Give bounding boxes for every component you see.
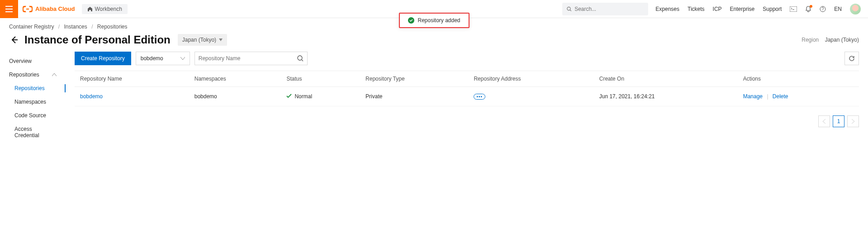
- next-page-button[interactable]: [847, 115, 859, 127]
- language-selector[interactable]: EN: [834, 6, 842, 12]
- toast-message: Repository added: [417, 17, 460, 24]
- svg-line-10: [302, 60, 303, 61]
- svg-rect-6: [790, 6, 797, 12]
- col-created: Create On: [594, 71, 738, 87]
- breadcrumb-root[interactable]: Container Registry: [9, 24, 54, 30]
- brand-name: Alibaba Cloud: [35, 5, 75, 12]
- active-indicator: [65, 84, 66, 92]
- table-header-row: Repository Name Namespaces Status Reposi…: [75, 71, 859, 87]
- arrow-left-icon: [9, 35, 19, 45]
- sidebar: Overview Repositories Repositories Names…: [0, 52, 66, 142]
- create-repository-button[interactable]: Create Repository: [75, 52, 131, 65]
- breadcrumb-instances[interactable]: Instances: [64, 24, 87, 30]
- alibaba-cloud-icon: [23, 6, 33, 12]
- svg-line-5: [570, 10, 572, 11]
- notifications-icon[interactable]: [805, 6, 811, 12]
- search-icon[interactable]: [297, 55, 304, 62]
- svg-rect-2: [5, 11, 13, 12]
- toast-notification: Repository added: [398, 13, 469, 28]
- workbench-label: Workbench: [95, 6, 122, 12]
- top-links: Expenses Tickets ICP Enterprise Support …: [655, 4, 868, 14]
- brand-logo[interactable]: Alibaba Cloud: [23, 5, 75, 12]
- top-link-support[interactable]: Support: [763, 6, 782, 12]
- manage-link[interactable]: Manage: [743, 93, 763, 100]
- region-value: Japan (Tokyo): [825, 37, 859, 43]
- namespace-select[interactable]: bobdemo: [136, 52, 190, 65]
- region-display: Region Japan (Tokyo): [802, 37, 859, 43]
- search-icon: [567, 6, 572, 12]
- col-namespaces: Namespaces: [189, 71, 281, 87]
- svg-rect-0: [5, 6, 13, 7]
- success-check-icon: [408, 17, 414, 24]
- home-icon: [87, 6, 93, 12]
- cell-created: Jun 17, 2021, 16:24:21: [594, 87, 738, 106]
- pagination: 1: [75, 115, 859, 127]
- region-dropdown-value: Japan (Tokyo): [182, 37, 216, 43]
- notification-dot: [810, 5, 812, 8]
- caret-down-icon: [219, 38, 223, 41]
- shell-icon[interactable]: [790, 6, 797, 12]
- sidebar-item-access-credential[interactable]: Access Credential: [0, 122, 66, 142]
- svg-rect-3: [26, 9, 29, 10]
- col-status: Status: [281, 71, 360, 87]
- repo-address-button[interactable]: •••: [474, 94, 485, 100]
- global-search[interactable]: [562, 3, 648, 15]
- svg-rect-1: [5, 9, 13, 10]
- sidebar-item-code-source[interactable]: Code Source: [0, 109, 66, 122]
- col-address: Repository Address: [468, 71, 593, 87]
- hamburger-icon: [5, 6, 13, 12]
- repo-search[interactable]: [194, 52, 308, 65]
- col-actions: Actions: [738, 71, 859, 87]
- repositories-table: Repository Name Namespaces Status Reposi…: [75, 71, 859, 106]
- chevron-up-icon: [52, 73, 57, 76]
- col-type: Repository Type: [360, 71, 468, 87]
- chevron-right-icon: [852, 119, 854, 124]
- page-title: Instance of Personal Edition: [24, 34, 171, 46]
- back-button[interactable]: [9, 35, 19, 45]
- cell-type: Private: [360, 87, 468, 106]
- cell-status: Normal: [281, 87, 360, 106]
- top-link-tickets[interactable]: Tickets: [688, 6, 705, 12]
- workbench-button[interactable]: Workbench: [82, 4, 127, 14]
- repo-search-input[interactable]: [199, 55, 297, 62]
- sidebar-item-namespaces[interactable]: Namespaces: [0, 95, 66, 109]
- repo-name-link[interactable]: bobdemo: [80, 93, 103, 100]
- svg-point-4: [567, 7, 570, 10]
- svg-point-9: [298, 56, 302, 60]
- namespace-select-value: bobdemo: [141, 55, 163, 62]
- top-link-expenses[interactable]: Expenses: [655, 6, 679, 12]
- col-name: Repository Name: [75, 71, 189, 87]
- sidebar-item-repositories[interactable]: Repositories: [0, 81, 66, 95]
- region-label: Region: [802, 37, 819, 43]
- chevron-left-icon: [823, 119, 825, 124]
- sidebar-group-label: Repositories: [9, 72, 39, 78]
- global-search-input[interactable]: [574, 6, 644, 12]
- sidebar-group-repositories[interactable]: Repositories: [0, 68, 66, 81]
- top-link-enterprise[interactable]: Enterprise: [730, 6, 755, 12]
- user-avatar[interactable]: [850, 4, 861, 14]
- title-row: Instance of Personal Edition Japan (Toky…: [0, 34, 868, 52]
- delete-link[interactable]: Delete: [773, 93, 788, 100]
- table-row: bobdemo bobdemo Normal Private ••• Jun 1…: [75, 87, 859, 106]
- refresh-button[interactable]: [844, 52, 859, 65]
- main-content: Create Repository bobdemo Repository Nam…: [66, 52, 868, 142]
- refresh-icon: [849, 55, 855, 62]
- prev-page-button[interactable]: [818, 115, 830, 127]
- menu-toggle[interactable]: [0, 0, 18, 18]
- breadcrumb-current: Repositories: [97, 24, 128, 30]
- sidebar-item-overview[interactable]: Overview: [0, 54, 66, 68]
- help-icon[interactable]: [820, 6, 826, 12]
- cell-actions: Manage | Delete: [738, 87, 859, 106]
- toolbar: Create Repository bobdemo: [75, 52, 859, 65]
- check-icon: [286, 94, 292, 98]
- page-1-button[interactable]: 1: [833, 115, 844, 127]
- top-link-icp[interactable]: ICP: [713, 6, 722, 12]
- cell-namespace: bobdemo: [189, 87, 281, 106]
- chevron-down-icon: [180, 57, 185, 60]
- region-dropdown[interactable]: Japan (Tokyo): [178, 34, 227, 46]
